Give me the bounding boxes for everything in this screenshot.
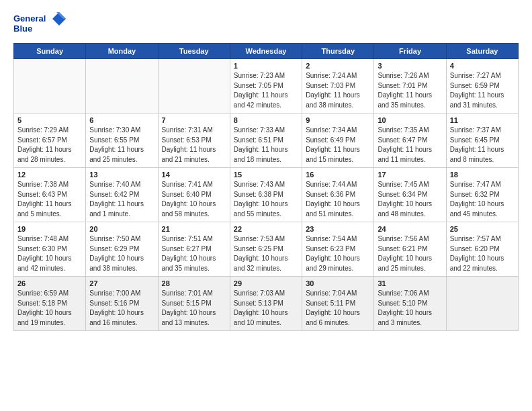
day-number: 13: [89, 171, 154, 179]
day-info: Sunrise: 7:56 AM Sunset: 6:21 PM Dayligh…: [378, 234, 442, 273]
day-number: 21: [162, 225, 226, 233]
day-number: 17: [378, 171, 442, 179]
svg-text:Blue: Blue: [13, 24, 32, 34]
logo: General Blue: [13, 11, 67, 39]
day-cell: 19Sunrise: 7:48 AM Sunset: 6:30 PM Dayli…: [14, 222, 86, 277]
day-cell: 16Sunrise: 7:44 AM Sunset: 6:36 PM Dayli…: [302, 168, 374, 222]
day-info: Sunrise: 7:45 AM Sunset: 6:34 PM Dayligh…: [378, 180, 442, 219]
day-info: Sunrise: 7:38 AM Sunset: 6:43 PM Dayligh…: [17, 180, 82, 219]
day-cell: [14, 59, 86, 113]
day-number: 29: [234, 279, 298, 287]
day-info: Sunrise: 7:37 AM Sunset: 6:45 PM Dayligh…: [450, 126, 515, 165]
weekday-monday: Monday: [86, 44, 158, 59]
day-cell: 24Sunrise: 7:56 AM Sunset: 6:21 PM Dayli…: [374, 222, 446, 277]
day-info: Sunrise: 6:59 AM Sunset: 5:18 PM Dayligh…: [17, 289, 82, 328]
day-number: 31: [378, 279, 442, 287]
day-number: 11: [450, 116, 515, 124]
day-info: Sunrise: 7:04 AM Sunset: 5:11 PM Dayligh…: [306, 289, 370, 328]
header: General Blue: [13, 11, 519, 39]
day-cell: 31Sunrise: 7:06 AM Sunset: 5:10 PM Dayli…: [374, 277, 446, 331]
page: General Blue SundayMondayTuesdayWednesda…: [0, 0, 532, 342]
day-number: 25: [450, 225, 515, 233]
day-info: Sunrise: 7:43 AM Sunset: 6:38 PM Dayligh…: [234, 180, 298, 219]
day-number: 1: [234, 62, 298, 70]
day-info: Sunrise: 7:30 AM Sunset: 6:55 PM Dayligh…: [89, 126, 154, 165]
day-number: 26: [17, 279, 82, 287]
day-info: Sunrise: 7:41 AM Sunset: 6:40 PM Dayligh…: [162, 180, 226, 219]
day-info: Sunrise: 7:47 AM Sunset: 6:32 PM Dayligh…: [450, 180, 515, 219]
day-number: 30: [306, 279, 370, 287]
day-number: 18: [450, 171, 515, 179]
day-cell: 3Sunrise: 7:26 AM Sunset: 7:01 PM Daylig…: [374, 59, 446, 113]
day-number: 23: [306, 225, 370, 233]
day-number: 14: [162, 171, 226, 179]
day-info: Sunrise: 7:29 AM Sunset: 6:57 PM Dayligh…: [17, 126, 82, 165]
weekday-wednesday: Wednesday: [230, 44, 302, 59]
day-info: Sunrise: 7:06 AM Sunset: 5:10 PM Dayligh…: [378, 289, 442, 328]
weekday-tuesday: Tuesday: [158, 44, 230, 59]
day-number: 6: [89, 116, 154, 124]
day-cell: 30Sunrise: 7:04 AM Sunset: 5:11 PM Dayli…: [302, 277, 374, 331]
weekday-row: SundayMondayTuesdayWednesdayThursdayFrid…: [14, 44, 519, 59]
day-number: 10: [378, 116, 442, 124]
day-cell: 1Sunrise: 7:23 AM Sunset: 7:05 PM Daylig…: [230, 59, 302, 113]
logo-svg: General Blue: [13, 11, 67, 39]
day-number: 28: [162, 279, 226, 287]
weekday-sunday: Sunday: [14, 44, 86, 59]
day-cell: 21Sunrise: 7:51 AM Sunset: 6:27 PM Dayli…: [158, 222, 230, 277]
day-number: 8: [234, 116, 298, 124]
day-cell: 14Sunrise: 7:41 AM Sunset: 6:40 PM Dayli…: [158, 168, 230, 222]
day-number: 22: [234, 225, 298, 233]
day-cell: 6Sunrise: 7:30 AM Sunset: 6:55 PM Daylig…: [86, 113, 158, 168]
day-number: 24: [378, 225, 442, 233]
day-number: 7: [162, 116, 226, 124]
day-number: 16: [306, 171, 370, 179]
day-info: Sunrise: 7:00 AM Sunset: 5:16 PM Dayligh…: [89, 289, 154, 328]
day-number: 9: [306, 116, 370, 124]
day-info: Sunrise: 7:50 AM Sunset: 6:29 PM Dayligh…: [89, 234, 154, 273]
day-cell: 9Sunrise: 7:34 AM Sunset: 6:49 PM Daylig…: [302, 113, 374, 168]
day-number: 5: [17, 116, 82, 124]
day-info: Sunrise: 7:23 AM Sunset: 7:05 PM Dayligh…: [234, 71, 298, 110]
day-info: Sunrise: 7:35 AM Sunset: 6:47 PM Dayligh…: [378, 126, 442, 165]
day-info: Sunrise: 7:03 AM Sunset: 5:13 PM Dayligh…: [234, 289, 298, 328]
day-cell: 11Sunrise: 7:37 AM Sunset: 6:45 PM Dayli…: [446, 113, 518, 168]
day-cell: 28Sunrise: 7:01 AM Sunset: 5:15 PM Dayli…: [158, 277, 230, 331]
day-cell: 17Sunrise: 7:45 AM Sunset: 6:34 PM Dayli…: [374, 168, 446, 222]
day-cell: 10Sunrise: 7:35 AM Sunset: 6:47 PM Dayli…: [374, 113, 446, 168]
day-cell: 26Sunrise: 6:59 AM Sunset: 5:18 PM Dayli…: [14, 277, 86, 331]
day-cell: [158, 59, 230, 113]
day-cell: 20Sunrise: 7:50 AM Sunset: 6:29 PM Dayli…: [86, 222, 158, 277]
week-row-2: 5Sunrise: 7:29 AM Sunset: 6:57 PM Daylig…: [14, 113, 519, 168]
day-cell: 23Sunrise: 7:54 AM Sunset: 6:23 PM Dayli…: [302, 222, 374, 277]
day-number: 2: [306, 62, 370, 70]
day-info: Sunrise: 7:24 AM Sunset: 7:03 PM Dayligh…: [306, 71, 370, 110]
day-cell: 5Sunrise: 7:29 AM Sunset: 6:57 PM Daylig…: [14, 113, 86, 168]
day-cell: 29Sunrise: 7:03 AM Sunset: 5:13 PM Dayli…: [230, 277, 302, 331]
day-number: 27: [89, 279, 154, 287]
day-cell: 15Sunrise: 7:43 AM Sunset: 6:38 PM Dayli…: [230, 168, 302, 222]
day-cell: 12Sunrise: 7:38 AM Sunset: 6:43 PM Dayli…: [14, 168, 86, 222]
day-cell: 13Sunrise: 7:40 AM Sunset: 6:42 PM Dayli…: [86, 168, 158, 222]
day-number: 12: [17, 171, 82, 179]
weekday-saturday: Saturday: [446, 44, 518, 59]
weekday-friday: Friday: [374, 44, 446, 59]
weekday-thursday: Thursday: [302, 44, 374, 59]
day-cell: 18Sunrise: 7:47 AM Sunset: 6:32 PM Dayli…: [446, 168, 518, 222]
week-row-1: 1Sunrise: 7:23 AM Sunset: 7:05 PM Daylig…: [14, 59, 519, 113]
calendar-table: SundayMondayTuesdayWednesdayThursdayFrid…: [13, 43, 519, 331]
calendar-header: SundayMondayTuesdayWednesdayThursdayFrid…: [14, 44, 519, 59]
day-cell: 22Sunrise: 7:53 AM Sunset: 6:25 PM Dayli…: [230, 222, 302, 277]
day-info: Sunrise: 7:51 AM Sunset: 6:27 PM Dayligh…: [162, 234, 226, 273]
day-cell: 4Sunrise: 7:27 AM Sunset: 6:59 PM Daylig…: [446, 59, 518, 113]
calendar-body: 1Sunrise: 7:23 AM Sunset: 7:05 PM Daylig…: [14, 59, 519, 331]
day-info: Sunrise: 7:31 AM Sunset: 6:53 PM Dayligh…: [162, 126, 226, 165]
day-info: Sunrise: 7:01 AM Sunset: 5:15 PM Dayligh…: [162, 289, 226, 328]
day-info: Sunrise: 7:27 AM Sunset: 6:59 PM Dayligh…: [450, 71, 515, 110]
day-number: 19: [17, 225, 82, 233]
day-info: Sunrise: 7:34 AM Sunset: 6:49 PM Dayligh…: [306, 126, 370, 165]
day-info: Sunrise: 7:48 AM Sunset: 6:30 PM Dayligh…: [17, 234, 82, 273]
week-row-3: 12Sunrise: 7:38 AM Sunset: 6:43 PM Dayli…: [14, 168, 519, 222]
day-cell: 8Sunrise: 7:33 AM Sunset: 6:51 PM Daylig…: [230, 113, 302, 168]
day-number: 3: [378, 62, 442, 70]
